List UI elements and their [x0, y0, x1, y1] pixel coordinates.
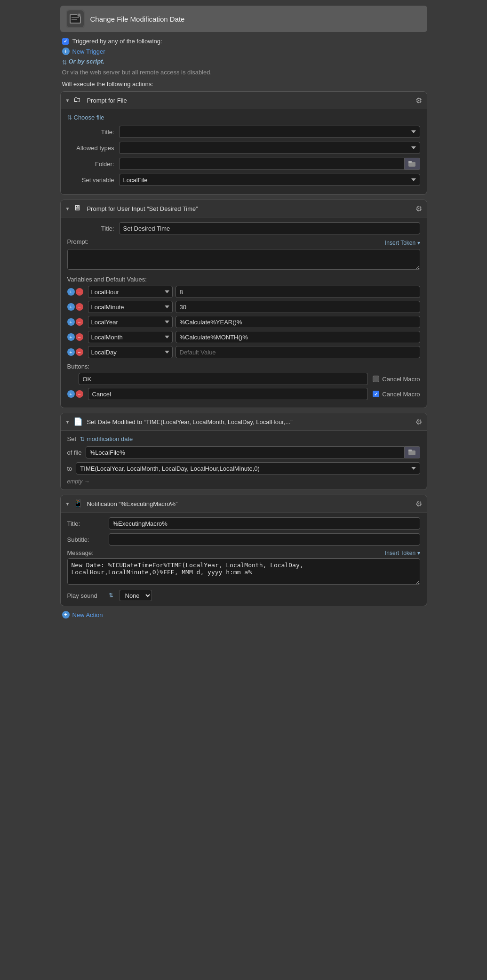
button-name-ok[interactable]	[79, 373, 368, 385]
folder-input[interactable]	[119, 158, 405, 170]
var-value-input-2[interactable]	[176, 316, 420, 328]
folder-input-wrapper	[119, 158, 420, 170]
allowed-types-select[interactable]	[119, 142, 420, 154]
collapse-triangle-prompt-user[interactable]: ▼	[65, 206, 70, 211]
will-execute-label: Will execute the following actions:	[62, 80, 425, 88]
action-header-prompt-file: ▼ 🗂 Prompt for File ⚙	[61, 92, 427, 109]
allowed-types-label: Allowed types	[67, 145, 114, 152]
var-value-input-4[interactable]	[176, 346, 420, 358]
collapse-triangle-set-date[interactable]: ▼	[65, 419, 70, 425]
sound-select[interactable]: None	[119, 590, 152, 601]
cancel-macro-checkbox-ok[interactable]	[373, 376, 379, 382]
var-add-btn-0[interactable]: +	[67, 288, 75, 296]
or-script-label: Or by script.	[69, 58, 105, 65]
notif-title-input[interactable]	[109, 517, 420, 530]
action-title-prompt-file: Prompt for File	[87, 97, 415, 104]
var-add-btn-1[interactable]: +	[67, 303, 75, 311]
insert-token-button-prompt[interactable]: Insert Token ▾	[385, 240, 420, 246]
var-value-input-3[interactable]	[176, 331, 420, 343]
folder-browse-button[interactable]	[405, 158, 420, 170]
var-controls-0: + −	[67, 288, 85, 296]
action-card-prompt-user: ▼ 🖥 Prompt for User Input “Set Desired T…	[60, 200, 427, 408]
of-file-input-wrapper	[86, 446, 420, 458]
var-remove-btn-4[interactable]: −	[76, 348, 83, 356]
title-select[interactable]	[119, 126, 420, 138]
of-file-browse-button[interactable]	[405, 446, 420, 458]
folder-label: Folder:	[67, 161, 114, 168]
var-remove-btn-2[interactable]: −	[76, 318, 83, 326]
cancel-macro-label-ok: Cancel Macro	[382, 376, 420, 383]
var-value-input-1[interactable]	[176, 301, 420, 313]
folder-row: Folder:	[67, 158, 420, 170]
button-name-cancel[interactable]	[88, 388, 368, 400]
gear-button-prompt-user[interactable]: ⚙	[415, 204, 422, 213]
play-sound-label: Play sound	[67, 592, 105, 599]
btn-remove-cancel[interactable]: −	[76, 390, 83, 398]
var-add-btn-4[interactable]: +	[67, 348, 75, 356]
gear-button-set-date[interactable]: ⚙	[415, 418, 422, 426]
button-row-ok: Cancel Macro	[67, 373, 420, 385]
var-name-select-3[interactable]: LocalMonth	[88, 331, 173, 343]
gear-button-notification[interactable]: ⚙	[415, 499, 422, 508]
trigger-checkbox[interactable]	[62, 38, 69, 45]
play-sound-row: Play sound ⇅ None	[67, 590, 420, 601]
svg-rect-8	[408, 161, 412, 163]
trigger-section: Triggered by any of the following: + New…	[60, 38, 427, 88]
action-header-notification: ▼ 📱 Notification “%ExecutingMacro%” ⚙	[61, 495, 427, 513]
new-action-plus-icon: +	[62, 611, 70, 619]
set-variable-row: Set variable LocalFile	[67, 174, 420, 186]
notif-subtitle-label: Subtitle:	[67, 536, 105, 543]
var-name-select-2[interactable]: LocalYear	[88, 316, 173, 328]
set-variable-select[interactable]: LocalFile	[119, 174, 420, 186]
variable-row-0: + − LocalHour	[67, 286, 420, 298]
or-script-row: ⇅ Or by script.	[62, 58, 425, 67]
var-name-select-4[interactable]: LocalDay	[88, 346, 173, 358]
variables-label: Variables and Default Values:	[67, 276, 420, 283]
prompt-textarea[interactable]	[67, 249, 420, 270]
notif-subtitle-input[interactable]	[109, 533, 420, 546]
svg-rect-3	[72, 17, 79, 18]
allowed-types-row: Allowed types	[67, 142, 420, 154]
action-title-notification: Notification “%ExecutingMacro%”	[87, 500, 415, 507]
of-file-input[interactable]	[86, 446, 405, 458]
collapse-triangle-notification[interactable]: ▼	[65, 501, 70, 506]
new-action-label[interactable]: New Action	[72, 611, 103, 619]
new-trigger-button[interactable]: + New Trigger	[62, 48, 425, 55]
var-value-input-0[interactable]	[176, 286, 420, 298]
file-icon: 🗂	[73, 96, 83, 105]
notif-message-textarea[interactable]: New Date: %ICUDateTimeFor%TIME(LocalYear…	[67, 558, 420, 585]
collapse-triangle-prompt-file[interactable]: ▼	[65, 98, 70, 103]
var-add-btn-3[interactable]: +	[67, 333, 75, 341]
to-select[interactable]: TIME(LocalYear, LocalMonth, LocalDay, Lo…	[76, 462, 420, 474]
of-file-row: of file	[67, 446, 420, 458]
user-title-label: Title:	[67, 225, 114, 232]
choose-file-label[interactable]: Choose file	[74, 114, 104, 121]
var-add-btn-2[interactable]: +	[67, 318, 75, 326]
svg-text:⚙: ⚙	[78, 14, 80, 17]
to-label: to	[67, 465, 72, 472]
user-title-input[interactable]	[119, 222, 420, 234]
window-icon: 🖥	[73, 204, 83, 213]
cancel-macro-checkbox-cancel[interactable]	[373, 391, 379, 397]
plus-icon: +	[62, 48, 70, 55]
var-controls-2: + −	[67, 318, 85, 326]
btn-add-cancel[interactable]: +	[67, 390, 75, 398]
action-body-prompt-file: ⇅ Choose file Title: Allowed types Folde…	[61, 109, 427, 194]
set-modification-row: Set ⇅ modification date	[67, 435, 420, 442]
insert-token-button-notif[interactable]: Insert Token ▾	[385, 550, 420, 556]
mod-date-label[interactable]: modification date	[87, 435, 133, 442]
var-remove-btn-3[interactable]: −	[76, 333, 83, 341]
set-label: Set	[67, 435, 77, 442]
var-remove-btn-0[interactable]: −	[76, 288, 83, 296]
to-row: to TIME(LocalYear, LocalMonth, LocalDay,…	[67, 462, 420, 474]
var-name-select-1[interactable]: LocalMinute	[88, 301, 173, 313]
var-remove-btn-1[interactable]: −	[76, 303, 83, 311]
gear-button-prompt-file[interactable]: ⚙	[415, 96, 422, 105]
var-controls-1: + −	[67, 303, 85, 311]
notification-icon: 📱	[73, 499, 83, 508]
title-bar: ⚙ Change File Modification Date	[60, 6, 427, 32]
var-controls-3: + −	[67, 333, 85, 341]
new-trigger-label: New Trigger	[72, 48, 105, 55]
var-name-select-0[interactable]: LocalHour	[88, 286, 173, 298]
variable-row-4: + − LocalDay	[67, 346, 420, 358]
